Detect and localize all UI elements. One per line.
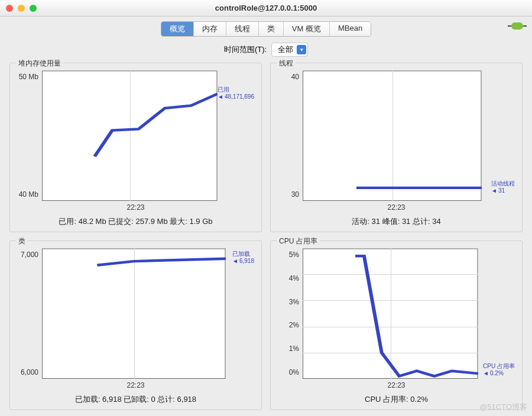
tab-classes[interactable]: 类: [259, 22, 284, 36]
time-range-bar: 时间范围(T): 全部 ▾: [0, 39, 532, 63]
ytick: 3%: [289, 298, 299, 306]
yaxis-cpu: 5% 4% 3% 2% 1% 0%: [277, 248, 303, 379]
xaxis-cpu: 22:23: [277, 379, 516, 393]
line-threads: [303, 70, 482, 201]
ytick: 40: [291, 73, 299, 81]
ytick: 4%: [289, 274, 299, 282]
panel-cpu: CPU 占用率 5% 4% 3% 2% 1% 0%: [270, 240, 523, 410]
plot-classes[interactable]: 已加载 ◄6,918: [42, 248, 226, 379]
legend-label: 已用: [218, 86, 254, 93]
panel-title-threads: 线程: [277, 58, 296, 69]
legend-label: CPU 占用率: [483, 363, 515, 370]
time-range-value: 全部: [278, 44, 293, 55]
legend-value: 0.2%: [490, 370, 504, 376]
panels-grid: 堆内存使用量 50 Mb 40 Mb 已用 ◄48,171,696 22:23 …: [0, 63, 532, 416]
ytick: 5%: [289, 251, 299, 259]
legend-value: 31: [498, 187, 505, 194]
panel-heap: 堆内存使用量 50 Mb 40 Mb 已用 ◄48,171,696 22:23 …: [9, 63, 262, 232]
line-classes: [42, 248, 226, 379]
plot-cpu[interactable]: CPU 占用率 ◄0.2%: [303, 248, 478, 379]
ytick: 7,000: [21, 251, 38, 259]
line-cpu: [303, 248, 478, 379]
ytick: 50 Mb: [19, 73, 38, 81]
status-heap: 已用: 48.2 Mb 已提交: 257.9 Mb 最大: 1.9 Gb: [16, 215, 255, 227]
ytick: 30: [291, 190, 299, 199]
plot-heap[interactable]: 已用 ◄48,171,696: [42, 70, 218, 201]
status-threads: 活动: 31 峰值: 31 总计: 34: [277, 215, 516, 227]
legend-cpu: CPU 占用率 ◄0.2%: [483, 363, 515, 377]
panel-classes: 类 7,000 6,000 已加载 ◄6,918 22:23 已加载: 6,91…: [9, 240, 262, 410]
traffic-lights: [6, 5, 37, 12]
legend-label: 已加载: [232, 251, 254, 258]
chart-heap-wrap: 50 Mb 40 Mb 已用 ◄48,171,696: [16, 70, 255, 201]
tab-segmented: 概览 内存 线程 类 VM 概览 MBean: [161, 21, 371, 37]
window-title: controlRole@127.0.0.1:5000: [0, 4, 532, 12]
close-icon[interactable]: [6, 5, 13, 12]
panel-threads: 线程 40 30 活动线程 ◄31 22:23 活动: 31 峰值: 31 总计: [270, 63, 523, 232]
ytick: 6,000: [21, 368, 38, 376]
chevron-updown-icon: ▾: [297, 45, 306, 54]
ytick: 0%: [289, 368, 299, 376]
ytick: 2%: [289, 321, 299, 329]
legend-heap: 已用 ◄48,171,696: [218, 86, 254, 100]
plot-threads[interactable]: 活动线程 ◄31: [303, 70, 482, 201]
tab-vm-summary[interactable]: VM 概览: [284, 22, 330, 36]
tab-memory[interactable]: 内存: [194, 22, 226, 36]
titlebar: controlRole@127.0.0.1:5000: [0, 0, 532, 17]
panel-title-cpu: CPU 占用率: [277, 236, 320, 246]
legend-value: 48,171,696: [225, 93, 254, 100]
zoom-icon[interactable]: [30, 5, 37, 12]
tab-threads[interactable]: 线程: [226, 22, 259, 36]
tab-overview[interactable]: 概览: [161, 22, 194, 36]
tabbar: 概览 内存 线程 类 VM 概览 MBean: [0, 17, 532, 39]
legend-value: 6,918: [239, 258, 254, 264]
line-heap: [42, 70, 218, 201]
xaxis-heap: 22:23: [16, 201, 255, 215]
legend-classes: 已加载 ◄6,918: [232, 251, 254, 265]
xaxis-classes: 22:23: [16, 379, 255, 393]
watermark: @51CTO博客: [479, 402, 527, 412]
xaxis-threads: 22:23: [277, 201, 516, 215]
legend-threads: 活动线程 ◄31: [491, 180, 515, 194]
legend-label: 活动线程: [491, 180, 515, 187]
chart-classes-wrap: 7,000 6,000 已加载 ◄6,918: [16, 248, 255, 379]
ytick: 1%: [289, 344, 299, 353]
tab-mbean[interactable]: MBean: [330, 22, 371, 36]
yaxis-threads: 40 30: [277, 70, 303, 201]
time-range-label: 时间范围(T):: [224, 44, 267, 55]
time-range-select[interactable]: 全部 ▾: [271, 43, 308, 57]
plug-icon: [511, 22, 523, 30]
chart-threads-wrap: 40 30 活动线程 ◄31: [277, 70, 516, 201]
panel-title-heap: 堆内存使用量: [16, 58, 63, 69]
panel-title-classes: 类: [16, 236, 28, 246]
yaxis-heap: 50 Mb 40 Mb: [16, 70, 42, 201]
minimize-icon[interactable]: [18, 5, 25, 12]
yaxis-classes: 7,000 6,000: [16, 248, 42, 379]
status-classes: 已加载: 6,918 已卸载: 0 总计: 6,918: [16, 393, 255, 405]
ytick: 40 Mb: [19, 190, 38, 199]
chart-cpu-wrap: 5% 4% 3% 2% 1% 0% CPU 占用率 ◄0.2%: [277, 248, 516, 379]
connect-button[interactable]: [510, 21, 525, 31]
